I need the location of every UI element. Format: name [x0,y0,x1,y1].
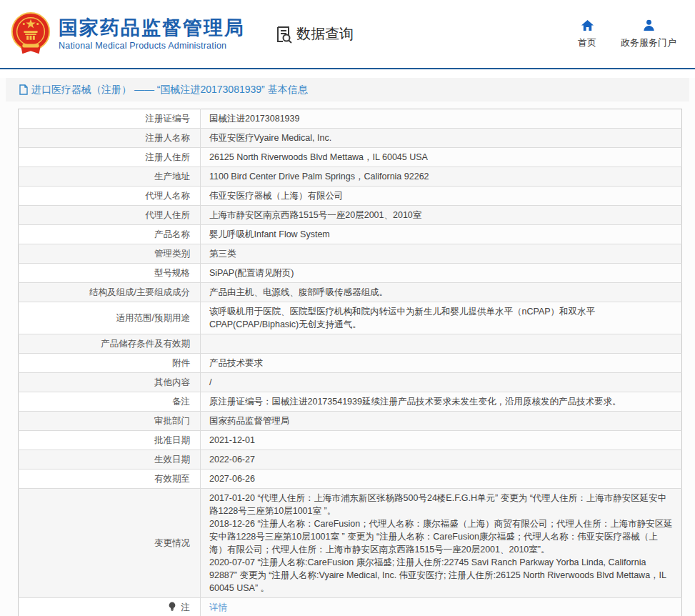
nav-item-label: 首页 [578,36,596,49]
row-value [201,334,682,354]
row-label: 批准日期 [154,435,190,445]
row-label: 型号规格 [154,268,190,278]
row-value: 2027-06-26 [201,470,682,489]
table-row: 注册人住所 26125 North Riverwoods Blvd Mettaw… [19,148,682,167]
title-bar: 进口医疗器械（注册） —— “国械注进20173081939” 基本信息 [6,78,689,101]
row-value: 上海市静安区南京西路1515号一座20层2001、2010室 [201,206,682,225]
page-title: 进口医疗器械（注册） —— “国械注进20173081939” 基本信息 [31,84,308,96]
row-label: 备注 [172,397,190,407]
detail-link[interactable]: 详情 [201,598,682,616]
row-value: 婴儿呼吸机Infant Flow System [201,225,682,244]
table-row: 型号规格 SiPAP(配置请见附页) [19,264,682,283]
row-label: 产品名称 [154,229,190,239]
row-value: 1100 Bird Center Drive Palm Springs，Cali… [201,167,682,187]
row-value: 产品由主机、电源线、腹部呼吸传感器组成。 [201,283,682,302]
row-label: 有效期至 [154,474,190,484]
row-label: 注册人名称 [146,133,191,143]
row-label: 结构及组成/主要组成成分 [89,287,190,297]
row-value: SiPAP(配置请见附页) [201,264,682,283]
nav-item-home[interactable]: 首页 [578,19,596,49]
row-value: 2021-12-01 [201,431,682,450]
note-icon [168,602,176,612]
table-row: 生效日期 2022-06-27 [19,450,682,470]
row-label: 审批部门 [154,416,190,426]
row-value: 国家药品监督管理局 [201,412,682,431]
home-icon [581,19,594,32]
row-label: 产品储存条件及有效期 [101,339,190,349]
table-row: 批准日期 2021-12-01 [19,431,682,450]
table-row: 附件 产品技术要求 [19,354,682,373]
row-value: 伟亚安医疗器械（上海）有限公司 [201,187,682,206]
row-value: 伟亚安医疗Vyaire Medical, Inc. [201,129,682,148]
row-label: 管理类别 [154,249,190,259]
row-value: 2017-01-20 “代理人住所：上海市浦东新区张杨路500号24楼E.F.G… [201,489,682,598]
main-content: 进口医疗器械（注册） —— “国械注进20173081939” 基本信息 注册证… [0,78,695,616]
row-value: 原注册证编号：国械注进20173541939延续注册产品技术要求未发生变化，沿用… [201,392,682,412]
row-label: 变更情况 [154,538,190,548]
data-query-icon [275,25,294,44]
row-label: 注册人住所 [146,152,191,162]
row-label: 适用范围/预期用途 [116,313,190,323]
brand-subtitle: National Medical Products Administration [59,41,245,51]
table-row: 其他内容 / [19,373,682,392]
nav-item-label: 政务服务门户 [621,36,676,49]
table-row: 备注 原注册证编号：国械注进20173541939延续注册产品技术要求未发生变化… [19,392,682,412]
data-query-label: 数据查询 [296,24,354,44]
table-row: 注 详情 [19,598,682,616]
table-row: 代理人名称 伟亚安医疗器械（上海）有限公司 [19,187,682,206]
table-row: 适用范围/预期用途 该呼吸机用于医院、医院型医疗机构和院内转运中为新生儿和婴儿提… [19,302,682,334]
table-row: 有效期至 2027-06-26 [19,470,682,489]
row-label: 注 [181,602,191,612]
row-value: 2022-06-27 [201,450,682,470]
row-value: 产品技术要求 [201,354,682,373]
row-value: 国械注进20173081939 [201,109,682,129]
site-header: 国家药品监督管理局 National Medical Products Admi… [0,0,695,68]
data-query-nav[interactable]: 数据查询 [275,24,354,44]
table-row: 审批部门 国家药品监督管理局 [19,412,682,431]
table-row: 代理人住所 上海市静安区南京西路1515号一座20层2001、2010室 [19,206,682,225]
row-label: 注册证编号 [146,114,191,124]
user-icon [642,19,656,32]
brand-title: 国家药品监督管理局 [59,17,245,39]
table-row: 注册人名称 伟亚安医疗Vyaire Medical, Inc. [19,129,682,148]
header-divider [0,68,695,69]
row-value: 26125 North Riverwoods Blvd Mettawa，IL 6… [201,148,682,167]
table-row: 生产地址 1100 Bird Center Drive Palm Springs… [19,167,682,187]
top-nav: 首页 政务服务门户 [578,19,676,49]
nav-item-portal[interactable]: 政务服务门户 [621,19,676,49]
table-row: 产品名称 婴儿呼吸机Infant Flow System [19,225,682,244]
registration-info-table: 注册证编号 国械注进20173081939 注册人名称 伟亚安医疗Vyaire … [18,109,682,616]
row-label: 其他内容 [154,377,190,387]
table-row: 注册证编号 国械注进20173081939 [19,109,682,129]
brand-block: 国家药品监督管理局 National Medical Products Admi… [59,17,245,51]
table-row: 产品储存条件及有效期 [19,334,682,354]
row-label: 代理人住所 [146,210,191,220]
table-row: 结构及组成/主要组成成分 产品由主机、电源线、腹部呼吸传感器组成。 [19,283,682,302]
row-value: 该呼吸机用于医院、医院型医疗机构和院内转运中为新生儿和婴儿提供单水平（nCPAP… [201,302,682,334]
row-value: / [201,373,682,392]
info-table-body: 注册证编号 国械注进20173081939 注册人名称 伟亚安医疗Vyaire … [19,109,682,616]
row-label: 生产地址 [154,172,190,182]
row-label: 附件 [172,358,190,368]
table-row: 变更情况 2017-01-20 “代理人住所：上海市浦东新区张杨路500号24楼… [19,489,682,598]
row-label: 代理人名称 [146,191,191,201]
document-icon [19,84,29,95]
row-label: 生效日期 [154,454,190,465]
table-row: 管理类别 第三类 [19,244,682,264]
national-emblem-logo [9,11,53,58]
row-value: 第三类 [201,244,682,264]
